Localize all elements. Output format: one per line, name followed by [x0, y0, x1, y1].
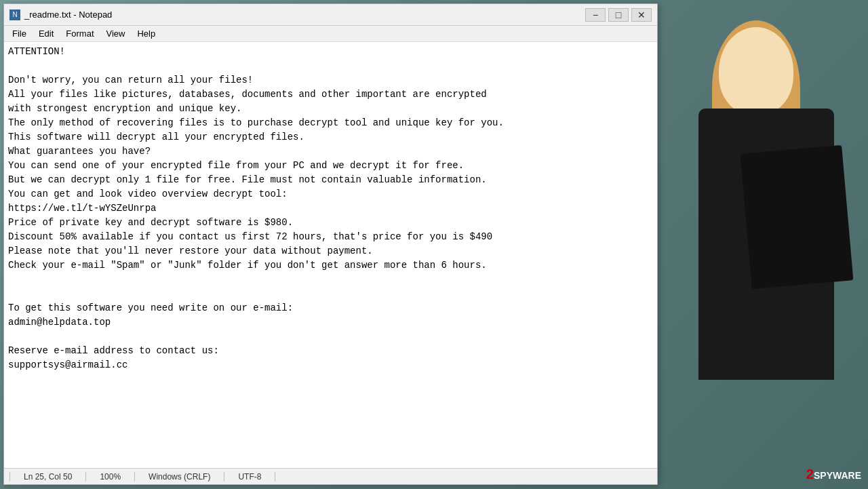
notepad-window: N _readme.txt - Notepad − □ ✕ File Edit …: [3, 3, 658, 485]
status-encoding: UTF-8: [224, 472, 275, 482]
title-bar: N _readme.txt - Notepad − □ ✕: [4, 4, 657, 26]
watermark-num: 2: [806, 467, 814, 482]
person-head: [719, 27, 793, 115]
title-bar-controls: − □ ✕: [585, 8, 652, 22]
notepad-icon: N: [9, 9, 20, 20]
watermark-text: SPYWARE: [814, 470, 861, 481]
close-button[interactable]: ✕: [631, 8, 652, 22]
menu-format[interactable]: Format: [60, 27, 99, 40]
maximize-button[interactable]: □: [608, 8, 629, 22]
menu-edit[interactable]: Edit: [33, 27, 59, 40]
status-position: Ln 25, Col 50: [9, 472, 86, 482]
menu-bar: File Edit Format View Help: [4, 26, 657, 42]
watermark: 2SPYWARE: [806, 467, 861, 482]
menu-view[interactable]: View: [101, 27, 131, 40]
text-content: ATTENTION! Don't worry, you can return a…: [8, 45, 653, 372]
person-folder: [741, 145, 854, 289]
text-area-container[interactable]: ATTENTION! Don't worry, you can return a…: [4, 42, 657, 468]
status-line-ending: Windows (CRLF): [135, 472, 224, 482]
menu-help[interactable]: Help: [132, 27, 161, 40]
menu-file[interactable]: File: [7, 27, 32, 40]
status-zoom: 100%: [86, 472, 135, 482]
window-title: _readme.txt - Notepad: [24, 9, 112, 20]
title-bar-left: N _readme.txt - Notepad: [9, 9, 112, 20]
minimize-button[interactable]: −: [585, 8, 606, 22]
status-bar: Ln 25, Col 50 100% Windows (CRLF) UTF-8: [4, 468, 657, 484]
